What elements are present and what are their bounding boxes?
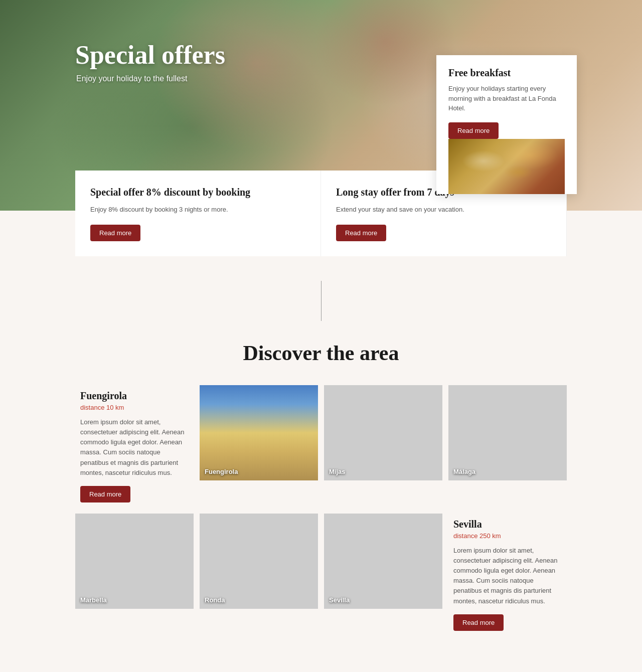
offer-card-1: Special offer 8% discount by booking Enj… [75, 171, 321, 256]
fuengirola-image-label: Fuengirola [205, 468, 238, 475]
free-breakfast-card: Free breakfast Enjoy your holidays start… [436, 55, 577, 194]
sevilla-info: Sevilla distance 250 km Lorem ipsum dolo… [448, 514, 567, 636]
mijas-image: Mijas [324, 385, 442, 480]
discover-section: Discover the area Fuengirola distance 10… [0, 341, 642, 666]
sevilla-image: Sevilla [324, 514, 442, 609]
divider-section [0, 251, 642, 341]
sevilla-name: Sevilla [453, 519, 562, 530]
divider-line [321, 281, 322, 321]
fuengirola-read-more[interactable]: Read more [80, 486, 130, 502]
malaga-image-label: Málaga [453, 468, 475, 475]
hero-title: Special offers [75, 40, 225, 70]
fuengirola-name: Fuengirola [80, 390, 189, 402]
offers-row: Special offer 8% discount by booking Enj… [75, 171, 567, 256]
discover-title: Discover the area [75, 341, 567, 365]
sevilla-read-more[interactable]: Read more [453, 614, 504, 631]
marbella-image-label: Marbella [80, 596, 107, 604]
offer-1-title: Special offer 8% discount by booking [90, 186, 305, 199]
fuengirola-info: Fuengirola distance 10 km Lorem ipsum do… [75, 385, 194, 508]
sevilla-image-label: Sevilla [329, 596, 350, 604]
hero-subtitle: Enjoy your holiday to the fullest [76, 74, 187, 83]
fuengirola-description: Lorem ipsum dolor sit amet, consectetuer… [80, 417, 189, 478]
fuengirola-image: Fuengirola [200, 385, 318, 480]
ronda-image-label: Ronda [205, 596, 225, 604]
offer-2-description: Extend your stay and save on your vacati… [336, 205, 551, 215]
discover-row-1: Fuengirola distance 10 km Lorem ipsum do… [75, 385, 567, 508]
fuengirola-distance: distance 10 km [80, 404, 189, 411]
hero-section: Special offers Enjoy your holiday to the… [0, 0, 642, 211]
free-breakfast-image [448, 139, 565, 194]
malaga-image: Málaga [448, 385, 567, 480]
marbella-image: Marbella [75, 514, 194, 609]
discover-row-2: Marbella Ronda Sevilla Sevilla distance … [75, 514, 567, 636]
offer-2-read-more[interactable]: Read more [336, 225, 386, 241]
sevilla-distance: distance 250 km [453, 532, 562, 540]
free-breakfast-read-more[interactable]: Read more [448, 122, 499, 139]
free-breakfast-title: Free breakfast [448, 67, 565, 79]
offer-1-description: Enjoy 8% discount by booking 3 nights or… [90, 205, 305, 215]
mijas-image-label: Mijas [329, 468, 346, 475]
offer-1-read-more[interactable]: Read more [90, 225, 140, 241]
sevilla-description: Lorem ipsum dolor sit amet, consectetuer… [453, 546, 562, 606]
free-breakfast-description: Enjoy your holidays starting every morni… [448, 84, 565, 113]
ronda-image: Ronda [200, 514, 318, 609]
